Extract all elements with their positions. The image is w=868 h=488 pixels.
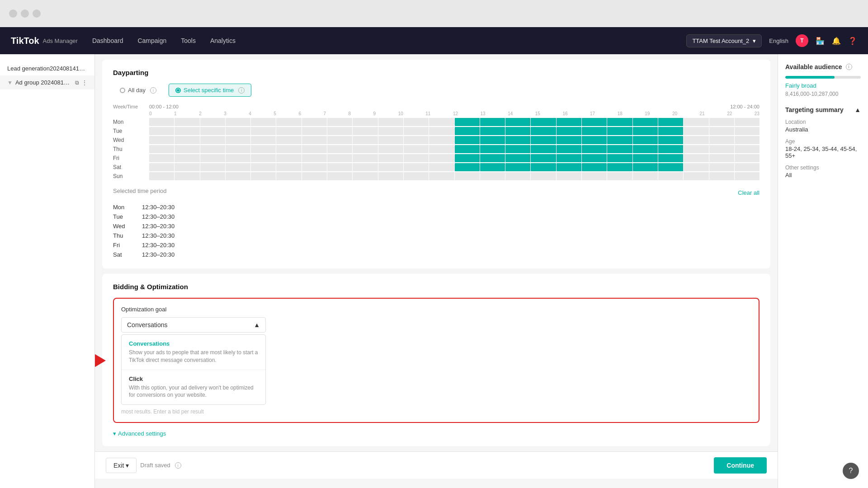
time-cell-mon-20[interactable] [658, 118, 683, 126]
time-cell-sun-4[interactable] [251, 172, 276, 180]
time-cell-sat-16[interactable] [557, 163, 581, 171]
time-cell-tue-3[interactable] [226, 127, 250, 135]
time-cell-mon-21[interactable] [684, 118, 708, 126]
nav-analytics[interactable]: Analytics [210, 35, 236, 46]
time-cell-wed-15[interactable] [531, 136, 556, 144]
time-cell-mon-5[interactable] [276, 118, 301, 126]
minimize-btn[interactable] [21, 9, 29, 18]
time-cell-tue-21[interactable] [684, 127, 708, 135]
time-cell-tue-23[interactable] [735, 127, 760, 135]
time-cell-fri-8[interactable] [353, 154, 377, 162]
time-cell-mon-22[interactable] [709, 118, 734, 126]
time-cell-wed-13[interactable] [480, 136, 505, 144]
time-cell-sat-1[interactable] [175, 163, 199, 171]
time-cell-fri-11[interactable] [429, 154, 454, 162]
time-cell-mon-1[interactable] [175, 118, 199, 126]
time-cell-thu-0[interactable] [149, 145, 174, 153]
time-cell-thu-12[interactable] [455, 145, 480, 153]
time-cell-sun-16[interactable] [557, 172, 581, 180]
time-cell-thu-1[interactable] [175, 145, 199, 153]
time-cell-thu-19[interactable] [633, 145, 658, 153]
time-cell-fri-18[interactable] [607, 154, 632, 162]
time-cell-wed-3[interactable] [226, 136, 250, 144]
sidebar-campaign[interactable]: Lead generation20240814191 1... [0, 61, 94, 75]
time-cell-mon-3[interactable] [226, 118, 250, 126]
time-cell-sun-9[interactable] [378, 172, 403, 180]
time-cell-fri-19[interactable] [633, 154, 658, 162]
close-btn[interactable] [9, 9, 17, 18]
time-cell-sat-10[interactable] [404, 163, 429, 171]
time-cell-sun-0[interactable] [149, 172, 174, 180]
time-cell-wed-4[interactable] [251, 136, 276, 144]
time-cell-sun-20[interactable] [658, 172, 683, 180]
time-cell-thu-13[interactable] [480, 145, 505, 153]
time-cell-mon-10[interactable] [404, 118, 429, 126]
time-cell-wed-22[interactable] [709, 136, 734, 144]
time-cell-thu-6[interactable] [302, 145, 327, 153]
time-cell-sun-7[interactable] [327, 172, 352, 180]
advanced-settings[interactable]: ▾ Advanced settings [113, 430, 760, 437]
time-cell-tue-1[interactable] [175, 127, 199, 135]
time-cell-tue-13[interactable] [480, 127, 505, 135]
maximize-btn[interactable] [33, 9, 41, 18]
nav-tools[interactable]: Tools [181, 35, 196, 46]
time-cell-sun-18[interactable] [607, 172, 632, 180]
time-cell-thu-10[interactable] [404, 145, 429, 153]
time-cell-thu-9[interactable] [378, 145, 403, 153]
time-cell-sat-7[interactable] [327, 163, 352, 171]
time-cell-mon-8[interactable] [353, 118, 377, 126]
time-cell-fri-16[interactable] [557, 154, 581, 162]
time-cell-tue-11[interactable] [429, 127, 454, 135]
time-cell-mon-14[interactable] [505, 118, 530, 126]
time-cell-wed-21[interactable] [684, 136, 708, 144]
time-cell-wed-1[interactable] [175, 136, 199, 144]
time-cell-wed-17[interactable] [582, 136, 607, 144]
time-cell-mon-18[interactable] [607, 118, 632, 126]
time-cell-mon-0[interactable] [149, 118, 174, 126]
time-cell-tue-7[interactable] [327, 127, 352, 135]
time-cell-mon-16[interactable] [557, 118, 581, 126]
collapse-icon[interactable]: ▲ [854, 106, 861, 113]
time-cell-fri-4[interactable] [251, 154, 276, 162]
time-cell-sat-23[interactable] [735, 163, 760, 171]
time-cell-tue-18[interactable] [607, 127, 632, 135]
time-cell-wed-2[interactable] [200, 136, 225, 144]
time-cell-thu-17[interactable] [582, 145, 607, 153]
time-cell-sat-9[interactable] [378, 163, 403, 171]
time-cell-wed-14[interactable] [505, 136, 530, 144]
time-cell-sat-17[interactable] [582, 163, 607, 171]
time-cell-sun-10[interactable] [404, 172, 429, 180]
time-cell-wed-20[interactable] [658, 136, 683, 144]
continue-button[interactable]: Continue [714, 457, 767, 474]
time-cell-tue-8[interactable] [353, 127, 377, 135]
time-cell-sun-14[interactable] [505, 172, 530, 180]
clear-all-button[interactable]: Clear all [738, 189, 760, 196]
time-cell-fri-7[interactable] [327, 154, 352, 162]
allday-btn[interactable]: All day i [113, 84, 163, 97]
time-cell-sat-6[interactable] [302, 163, 327, 171]
time-cell-thu-3[interactable] [226, 145, 250, 153]
help-icon[interactable]: ❓ [848, 37, 857, 45]
time-cell-tue-0[interactable] [149, 127, 174, 135]
time-cell-sun-8[interactable] [353, 172, 377, 180]
time-cell-wed-18[interactable] [607, 136, 632, 144]
time-cell-mon-12[interactable] [455, 118, 480, 126]
time-cell-sun-22[interactable] [709, 172, 734, 180]
time-cell-sat-15[interactable] [531, 163, 556, 171]
time-cell-sun-21[interactable] [684, 172, 708, 180]
time-cell-thu-7[interactable] [327, 145, 352, 153]
time-cell-fri-21[interactable] [684, 154, 708, 162]
time-cell-wed-23[interactable] [735, 136, 760, 144]
time-cell-fri-12[interactable] [455, 154, 480, 162]
time-cell-fri-6[interactable] [302, 154, 327, 162]
time-cell-thu-4[interactable] [251, 145, 276, 153]
time-cell-mon-11[interactable] [429, 118, 454, 126]
time-cell-thu-8[interactable] [353, 145, 377, 153]
time-cell-thu-18[interactable] [607, 145, 632, 153]
time-cell-wed-9[interactable] [378, 136, 403, 144]
time-cell-fri-1[interactable] [175, 154, 199, 162]
time-cell-tue-4[interactable] [251, 127, 276, 135]
time-cell-thu-15[interactable] [531, 145, 556, 153]
time-cell-thu-16[interactable] [557, 145, 581, 153]
time-cell-sun-19[interactable] [633, 172, 658, 180]
